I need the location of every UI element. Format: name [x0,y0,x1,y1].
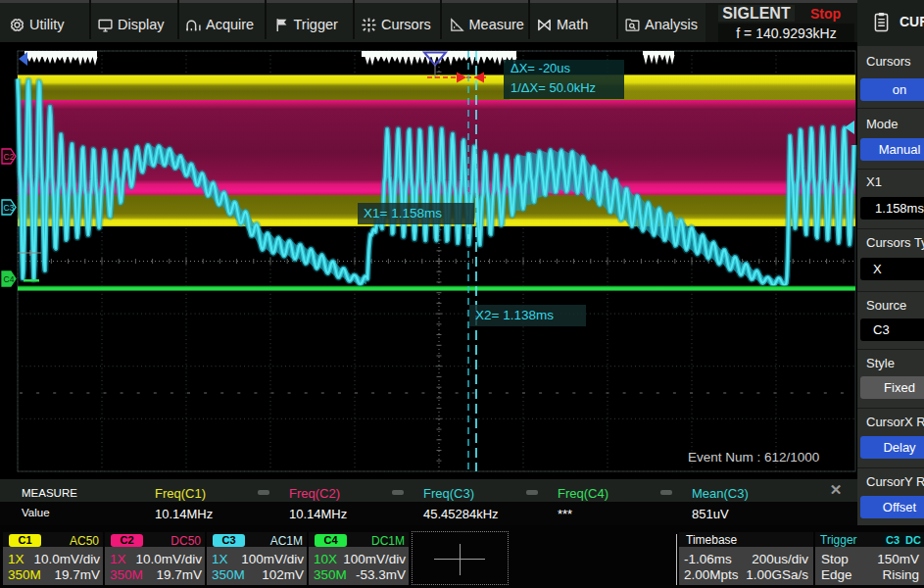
svg-text:C3: C3 [4,203,15,213]
svg-text:C4: C4 [4,274,15,284]
svg-text:C2: C2 [4,152,15,162]
